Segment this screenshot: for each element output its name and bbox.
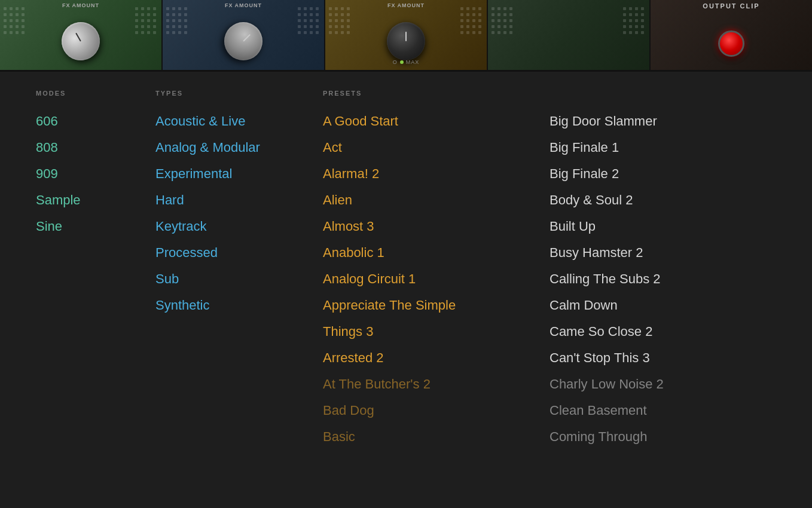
mode-item[interactable]: 808 [36,140,155,155]
preset-item-left[interactable]: Alien [323,192,550,208]
knob-1-container [62,22,100,60]
fx-knob-2[interactable] [216,14,271,68]
dot-grid-left-3 [329,7,352,36]
knob-3-container [387,22,425,60]
preset-item-left[interactable]: Act [323,140,550,155]
preset-item-right[interactable]: Big Finale 1 [550,140,776,155]
types-column: TYPES Acoustic & LiveAnalog & ModularExp… [155,90,323,490]
preset-item-right[interactable]: Big Finale 2 [550,166,776,182]
modes-header: MODES [36,90,155,97]
dot-grid-left-1 [4,7,26,36]
knob-1-indicator [75,32,81,41]
type-item[interactable]: Synthetic [155,298,323,313]
output-clip-led[interactable] [718,30,744,57]
type-item[interactable]: Hard [155,192,323,208]
fx-knob-3[interactable] [387,22,425,60]
preset-item-right[interactable]: Calling The Subs 2 [550,271,776,287]
dot-grid-right-2 [298,7,320,36]
presets-left-list: A Good StartActAlarma! 2AlienAlmost 3Ana… [323,114,550,445]
mode-item[interactable]: Sine [36,219,155,234]
preset-item-right[interactable]: Big Door Slammer [550,114,776,129]
instrument-bar: FX AMOUNT FX AMOUNT [0,0,812,72]
presets-section: PRESETS A Good StartActAlarma! 2AlienAlm… [323,90,776,490]
scale-row-3: O MAX [393,59,420,65]
dot-grid-right-3 [460,7,483,36]
knob-3-indicator [405,32,407,41]
knob-2-indicator [243,33,251,41]
types-header: TYPES [155,90,323,97]
preset-item-right[interactable]: Came So Close 2 [550,324,776,339]
knob-2-container [224,22,262,60]
preset-item-left[interactable]: Things 3 [323,324,550,339]
preset-item-right[interactable]: Can't Stop This 3 [550,350,776,366]
mode-item[interactable]: 909 [36,166,155,182]
fx-amount-label-2: FX AMOUNT [225,2,262,8]
preset-item-left[interactable]: Alarma! 2 [323,166,550,182]
type-item[interactable]: Acoustic & Live [155,114,323,129]
fx-amount-label-1: FX AMOUNT [62,2,99,8]
preset-item-left[interactable]: Bad Dog [323,403,550,418]
preset-item-right[interactable]: Charly Low Noise 2 [550,377,776,392]
content-area: MODES 606808909SampleSine TYPES Acoustic… [0,72,812,508]
mode-item[interactable]: Sample [36,192,155,208]
preset-item-left[interactable]: At The Butcher's 2 [323,377,550,392]
preset-item-left[interactable]: Anabolic 1 [323,245,550,261]
channel-3: FX AMOUNT O MAX [325,0,488,70]
preset-item-right[interactable]: Clean Basement [550,403,776,418]
dot-grid-left-2 [166,7,189,36]
modes-list: 606808909SampleSine [36,114,155,234]
modes-column: MODES 606808909SampleSine [36,90,155,490]
scale-min-label: O [393,59,398,65]
types-list: Acoustic & LiveAnalog & ModularExperimen… [155,114,323,313]
type-item[interactable]: Keytrack [155,219,323,234]
preset-item-left[interactable]: Basic [323,429,550,445]
type-item[interactable]: Analog & Modular [155,140,323,155]
preset-item-left[interactable]: A Good Start [323,114,550,129]
type-item[interactable]: Experimental [155,166,323,182]
preset-item-right[interactable]: Busy Hamster 2 [550,245,776,261]
scale-max-label: MAX [406,59,420,65]
preset-item-right[interactable]: Built Up [550,219,776,234]
preset-item-right[interactable]: Body & Soul 2 [550,192,776,208]
mode-item[interactable]: 606 [36,114,155,129]
presets-right-list: Big Door SlammerBig Finale 1Big Finale 2… [550,114,776,445]
dot-grid-right-4 [623,7,646,36]
scale-dot-active [400,60,404,64]
preset-item-right[interactable]: Coming Through [550,429,776,445]
preset-item-left[interactable]: Almost 3 [323,219,550,234]
preset-item-left[interactable]: Analog Circuit 1 [323,271,550,287]
preset-item-left[interactable]: Arrested 2 [323,350,550,366]
dot-grid-left-4 [492,7,514,36]
fx-knob-1[interactable] [54,15,106,67]
type-item[interactable]: Processed [155,245,323,261]
dot-grid-right-1 [135,7,158,36]
preset-item-left[interactable]: Appreciate The Simple [323,298,550,313]
fx-amount-label-3: FX AMOUNT [387,2,425,8]
channel-2: FX AMOUNT [163,0,325,70]
output-clip-label: OUTPUT CLIP [703,2,759,10]
channel-1: FX AMOUNT [0,0,163,70]
presets-header: PRESETS [323,90,550,97]
channel-4 [488,0,651,70]
type-item[interactable]: Sub [155,271,323,287]
channel-output: OUTPUT CLIP [651,0,812,70]
preset-item-right[interactable]: Calm Down [550,298,776,313]
